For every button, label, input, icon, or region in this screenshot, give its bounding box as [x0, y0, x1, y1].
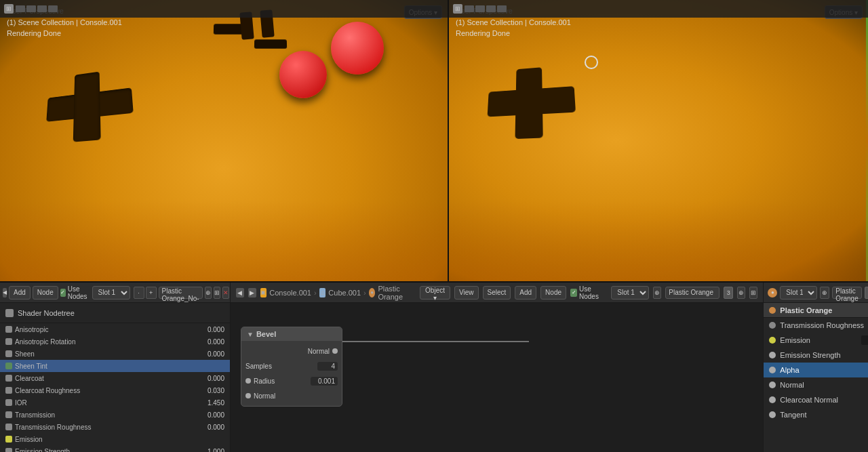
node-button[interactable]: Node [33, 286, 58, 300]
header-icons-group-r [465, 5, 507, 12]
header-icon-1[interactable]: ⊞ [4, 4, 14, 14]
rprop-dot-emission [769, 337, 776, 344]
prop-emission[interactable]: Emission [0, 433, 230, 445]
material-name-btn-left[interactable]: Plastic Orange_No-Bevel [159, 287, 203, 299]
delete-icon[interactable]: ✕ [222, 287, 229, 299]
bevel-samples-value[interactable]: 4 [317, 362, 338, 371]
rprop-normal[interactable]: Normal [764, 377, 868, 392]
mat-sphere-icon: ● [768, 288, 777, 297]
material-count-right: 3 [865, 287, 868, 299]
bevel-node[interactable]: ▼ Bevel Normal Samples 4 [241, 327, 342, 407]
node-canvas[interactable]: ▼ Bevel Normal Samples 4 [231, 303, 763, 452]
shader-nodetree-panel: ◀ Add Node ✓ Use Nodes Slot 1 · + Plasti… [0, 283, 231, 452]
collapse-icon[interactable]: ▼ [247, 331, 254, 338]
breadcrumb-object: Console.001 [269, 289, 311, 297]
copy-icon[interactable]: ⊞ [214, 287, 220, 299]
bevel-output-normal-label: Normal [308, 348, 330, 355]
bevel-radius-row: Radius 0.001 [241, 373, 342, 388]
select-menu-btn[interactable]: Select [483, 286, 511, 300]
header-icon-5 [48, 5, 58, 12]
nodetree-icon [5, 309, 14, 317]
rprop-label-emission: Emission [780, 336, 856, 344]
node-editor-toolbar: ◀ ▶ ▣ Console.001 › △ Cube.001 › ● Plast… [231, 283, 763, 303]
bevel-output-normal: Normal [241, 344, 342, 358]
viewport-left[interactable]: User Perspective (1) Scene Collection | … [0, 0, 448, 281]
bevel-radius-value[interactable]: 0.001 [311, 377, 338, 386]
prop-clearcoat[interactable]: Clearcoat 0.000 [0, 372, 230, 384]
prop-transmission-roughness[interactable]: Transmission Roughness 0.000 [0, 421, 230, 433]
prop-dot-ior [5, 399, 12, 406]
prop-sheen-tint[interactable]: Sheen Tint [0, 360, 230, 372]
use-nodes-check[interactable]: ✓ Use Nodes [60, 285, 90, 300]
shader-nodetree-label: Shader Nodetree [0, 303, 230, 323]
bevel-samples-row: Samples 4 [241, 358, 342, 373]
prop-anisotropic-rotation[interactable]: Anisotropic Rotation 0.000 [0, 335, 230, 348]
rprop-emission[interactable]: Emission [764, 333, 868, 348]
node-menu-btn[interactable]: Node [540, 286, 566, 300]
bottom-panel: ◀ Add Node ✓ Use Nodes Slot 1 · + Plasti… [0, 281, 868, 452]
header-icon-r4 [486, 5, 496, 12]
breadcrumb: ▣ Console.001 › △ Cube.001 › ● Plastic O… [260, 285, 412, 301]
cube-mesh-icon: △ [319, 288, 326, 297]
prop-dot-transmission [5, 411, 12, 418]
prop-dot-cc-rough [5, 387, 12, 394]
rprop-transmission-roughness[interactable]: Transmission Roughness [764, 318, 868, 333]
material-icon-breadcrumb: ● [369, 288, 376, 297]
dot-icon-2: + [146, 287, 157, 299]
nav-back-icon[interactable]: ◀ [236, 288, 244, 297]
viewport-area: User Perspective (1) Scene Collection | … [0, 0, 868, 281]
viewport-cursor [585, 56, 598, 69]
slot-select-node[interactable]: Slot 1 [611, 286, 649, 300]
viewport-collection-left: (1) Scene Collection | Console.001 [7, 17, 122, 28]
object-menu-btn[interactable]: Object ▾ [420, 286, 450, 300]
add-menu-btn[interactable]: Add [515, 286, 536, 300]
use-nodes-checkbox[interactable]: ✓ [60, 289, 66, 297]
prop-sheen[interactable]: Sheen 0.000 [0, 348, 230, 360]
use-nodes-checkbox-node[interactable]: ✓ [570, 289, 577, 297]
node-panel-icon[interactable]: ⊕ [653, 287, 661, 299]
slot-select-left[interactable]: Slot 1 [92, 286, 130, 300]
bevel-normal-input-dot [245, 393, 251, 398]
bevel-node-body: Normal Samples 4 Radius 0.001 [241, 341, 342, 406]
viewport-status-right: Rendering Done [456, 28, 571, 39]
node-editor-panel: ◀ ▶ ▣ Console.001 › △ Cube.001 › ● Plast… [231, 283, 763, 452]
rprop-dot-cc-normal [769, 396, 776, 403]
add-button[interactable]: Add [9, 286, 31, 300]
rprop-label-cc-normal: Clearcoat Normal [780, 396, 868, 404]
rprop-tangent[interactable]: Tangent [764, 407, 868, 422]
header-icon-r1[interactable]: ⊞ [453, 4, 462, 14]
viewport-collection-right: (1) Scene Collection | Console.001 [456, 17, 571, 28]
prop-clearcoat-roughness[interactable]: Clearcoat Roughness 0.030 [0, 384, 230, 396]
prop-transmission[interactable]: Transmission 0.000 [0, 409, 230, 421]
link-icon[interactable]: ⊕ [205, 287, 212, 299]
shader-panel-icon[interactable]: ◀ [3, 288, 7, 297]
rprop-label-normal: Normal [780, 381, 868, 389]
header-icon-3 [26, 5, 36, 12]
emission-color-swatch[interactable] [861, 335, 868, 345]
right-properties-list: Plastic Orange Transmission Roughness Em… [764, 303, 868, 452]
slot-select-right[interactable]: Slot 1 [780, 286, 817, 300]
rprop-emission-strength[interactable]: Emission Strength [764, 348, 868, 363]
prop-ior[interactable]: IOR 1.450 [0, 396, 230, 409]
console-object-icon: ▣ [260, 288, 267, 297]
view-menu-btn[interactable]: View [454, 286, 479, 300]
viewport-header-left: ⊞ [0, 0, 448, 18]
bevel-output-dot[interactable] [332, 348, 338, 354]
rprop-clearcoat-normal[interactable]: Clearcoat Normal [764, 392, 868, 407]
rprop-alpha[interactable]: Alpha [764, 363, 868, 377]
prop-emission-strength[interactable]: Emission Strength 1.000 [0, 445, 230, 452]
viewport-header-right: ⊞ [449, 0, 868, 18]
bevel-normal-input-row: Normal [241, 388, 342, 403]
use-nodes-check-node[interactable]: ✓ Use Nodes [570, 285, 607, 300]
viewport-render-left [0, 0, 448, 281]
header-icon-r3 [475, 5, 485, 12]
material-name-btn-right[interactable]: Plastic Orange [832, 287, 861, 299]
mat-sphere-icon-2[interactable]: ⊕ [820, 287, 829, 299]
mat-copy-icon[interactable]: ⊞ [749, 287, 757, 299]
viewport-right[interactable]: User Perspective (1) Scene Collection | … [448, 0, 868, 281]
rprop-dot-tangent [769, 411, 776, 418]
mat-link-icon[interactable]: ⊕ [737, 287, 745, 299]
prop-anisotropic[interactable]: Anisotropic 0.000 [0, 323, 230, 335]
nav-fwd-icon[interactable]: ▶ [248, 288, 256, 297]
material-name-btn-node[interactable]: Plastic Orange [665, 287, 719, 299]
